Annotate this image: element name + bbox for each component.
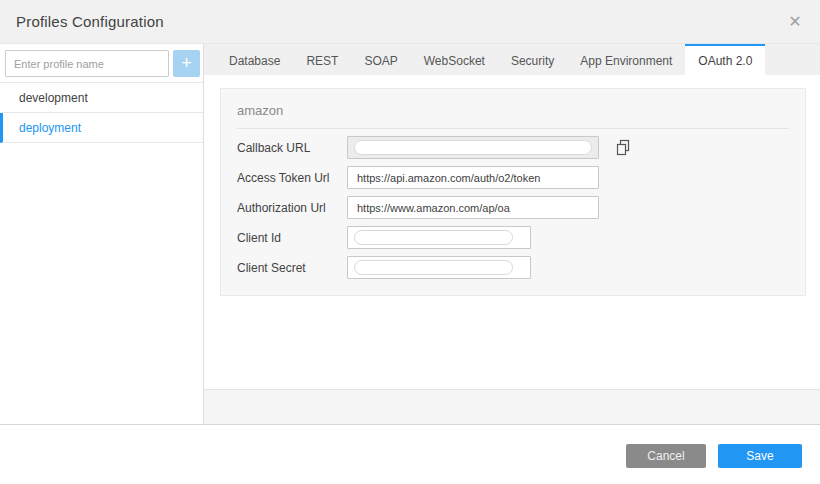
settings-tabbar: DatabaseRESTSOAPWebSocketSecurityApp Env… xyxy=(204,44,820,75)
field-input-client-id[interactable] xyxy=(347,226,531,249)
field-row-authorization-url: Authorization Url xyxy=(237,196,789,219)
profile-name-input[interactable] xyxy=(5,50,169,77)
oauth-fields: Callback URLAccess Token UrlAuthorizatio… xyxy=(237,136,789,279)
profile-item-deployment[interactable]: deployment xyxy=(0,113,203,143)
tab-rest[interactable]: REST xyxy=(293,44,351,75)
profile-detail-panel: DatabaseRESTSOAPWebSocketSecurityApp Env… xyxy=(204,44,820,424)
field-input-callback-url[interactable] xyxy=(347,136,599,159)
copy-icon[interactable] xyxy=(615,139,632,157)
profile-item-label: development xyxy=(19,91,88,105)
redacted-value xyxy=(354,140,592,155)
cancel-button[interactable]: Cancel xyxy=(626,444,706,468)
profile-item-development[interactable]: development xyxy=(0,83,203,113)
redacted-value xyxy=(354,230,513,245)
profile-name-row: + xyxy=(0,44,203,82)
tab-security[interactable]: Security xyxy=(498,44,567,75)
dialog-header: Profiles Configuration ✕ xyxy=(0,0,820,44)
field-input-client-secret[interactable] xyxy=(347,256,531,279)
field-label: Callback URL xyxy=(237,141,347,155)
field-input-authorization-url[interactable] xyxy=(347,196,599,219)
tab-app-environment[interactable]: App Environment xyxy=(567,44,685,75)
field-row-callback-url: Callback URL xyxy=(237,136,789,159)
dialog-body: + developmentdeployment DatabaseRESTSOAP… xyxy=(0,44,820,424)
field-row-client-id: Client Id xyxy=(237,226,789,249)
field-row-access-token-url: Access Token Url xyxy=(237,166,789,189)
field-input-access-token-url[interactable] xyxy=(347,166,599,189)
tab-soap[interactable]: SOAP xyxy=(351,44,410,75)
close-icon[interactable]: ✕ xyxy=(786,14,804,30)
tab-websocket[interactable]: WebSocket xyxy=(411,44,498,75)
save-button[interactable]: Save xyxy=(718,444,802,468)
amazon-oauth-fieldset: amazon Callback URLAccess Token UrlAutho… xyxy=(220,88,806,296)
tab-database[interactable]: Database xyxy=(216,44,293,75)
profiles-sidebar: + developmentdeployment xyxy=(0,44,204,424)
field-label: Authorization Url xyxy=(237,201,347,215)
field-label: Client Id xyxy=(237,231,347,245)
section-divider xyxy=(237,128,789,129)
oauth-tab-content: amazon Callback URLAccess Token UrlAutho… xyxy=(204,75,820,389)
field-label: Access Token Url xyxy=(237,171,347,185)
field-label: Client Secret xyxy=(237,261,347,275)
dialog-title: Profiles Configuration xyxy=(16,13,164,30)
profile-item-label: deployment xyxy=(19,121,81,135)
profiles-configuration-dialog: Profiles Configuration ✕ + developmentde… xyxy=(0,0,820,484)
field-row-client-secret: Client Secret xyxy=(237,256,789,279)
panel-footer-strip xyxy=(204,389,820,424)
tab-oauth-2-0[interactable]: OAuth 2.0 xyxy=(685,44,765,75)
profile-list: developmentdeployment xyxy=(0,82,203,143)
dialog-footer: Cancel Save xyxy=(0,424,820,484)
section-title: amazon xyxy=(237,101,789,128)
redacted-value xyxy=(354,260,513,275)
add-profile-button[interactable]: + xyxy=(173,50,200,77)
